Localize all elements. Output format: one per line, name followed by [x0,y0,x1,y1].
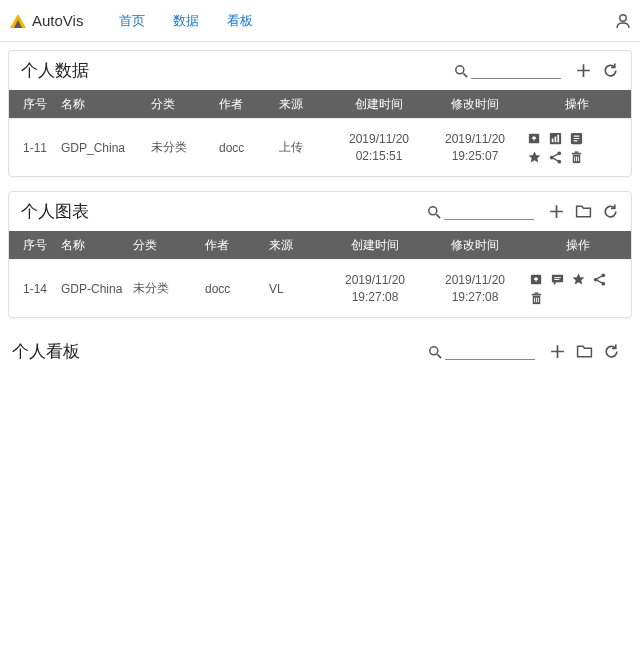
table-header: 序号 名称 分类 作者 来源 创建时间 修改时间 操作 [9,90,631,118]
nav-data[interactable]: 数据 [173,12,199,30]
table-header: 序号 名称 分类 作者 来源 创建时间 修改时间 操作 [9,231,631,259]
cell-created-time: 19:27:08 [352,290,399,304]
add-icon[interactable] [548,203,565,220]
search-input[interactable] [471,62,561,79]
dashboard-empty [8,371,632,381]
card-header: 个人看板 [8,332,632,371]
folder-icon[interactable] [576,343,593,360]
share-icon[interactable] [592,272,607,287]
share-icon[interactable] [548,150,563,165]
cell-name: GDP_China [57,137,147,159]
trash-icon[interactable] [529,291,544,306]
card-title: 个人图表 [21,200,89,223]
folder-icon[interactable] [575,203,592,220]
cell-author: docc [201,278,265,300]
cell-source: VL [265,278,325,300]
card-title: 个人看板 [12,340,80,363]
open-icon[interactable] [527,131,542,146]
nav-dashboard[interactable]: 看板 [227,12,253,30]
open-icon[interactable] [529,272,544,287]
col-source: 来源 [275,92,331,117]
search-icon[interactable] [454,64,469,79]
col-author: 作者 [215,92,275,117]
col-seq: 序号 [9,92,57,117]
add-icon[interactable] [575,62,592,79]
col-name: 名称 [57,92,147,117]
col-author: 作者 [201,233,265,258]
col-created: 创建时间 [325,233,425,258]
cell-modified-time: 19:27:08 [452,290,499,304]
personal-data-card: 个人数据 序号 名称 分类 作者 来源 创建时间 修改时间 操作 1-11 GD… [8,50,632,177]
col-modified: 修改时间 [425,233,525,258]
table-row: 1-11 GDP_China 未分类 docc 上传 2019/11/2002:… [9,118,631,176]
search-box [454,62,561,79]
search-box [427,203,534,220]
cell-author: docc [215,137,275,159]
cell-seq: 1-11 [9,137,57,159]
search-box [428,343,535,360]
col-category: 分类 [147,92,215,117]
cell-category: 未分类 [147,135,215,160]
cell-created-date: 2019/11/20 [349,132,409,146]
search-icon[interactable] [428,345,443,360]
cell-created-date: 2019/11/20 [345,273,405,287]
note-icon[interactable] [569,131,584,146]
nav-home[interactable]: 首页 [119,12,145,30]
top-bar: AutoVis 首页 数据 看板 [0,0,640,42]
card-header: 个人图表 [9,192,631,231]
col-source: 来源 [265,233,325,258]
cell-modified-date: 2019/11/20 [445,273,505,287]
refresh-icon[interactable] [602,62,619,79]
comment-icon[interactable] [550,272,565,287]
table-row: 1-14 GDP-China 未分类 docc VL 2019/11/2019:… [9,259,631,317]
cell-seq: 1-14 [9,278,57,300]
card-title: 个人数据 [21,59,89,82]
search-icon[interactable] [427,205,442,220]
col-seq: 序号 [9,233,57,258]
trash-icon[interactable] [569,150,584,165]
col-actions: 操作 [523,92,631,117]
col-name: 名称 [57,233,129,258]
search-input[interactable] [445,343,535,360]
app-logo[interactable]: AutoVis [10,12,83,29]
cell-source: 上传 [275,135,331,160]
app-name: AutoVis [32,12,83,29]
cell-modified-date: 2019/11/20 [445,132,505,146]
top-nav: 首页 数据 看板 [119,12,253,30]
refresh-icon[interactable] [603,343,620,360]
barchart-icon[interactable] [548,131,563,146]
cell-name: GDP-China [57,278,129,300]
search-input[interactable] [444,203,534,220]
star-icon[interactable] [571,272,586,287]
cell-category: 未分类 [129,276,201,301]
personal-dashboards-card: 个人看板 [8,332,632,381]
col-created: 创建时间 [331,92,427,117]
col-actions: 操作 [525,233,631,258]
user-icon[interactable] [614,12,632,30]
cell-modified-time: 19:25:07 [452,149,499,163]
logo-icon [10,14,26,28]
personal-charts-card: 个人图表 序号 名称 分类 作者 来源 创建时间 修改时间 操作 1-14 GD [8,191,632,318]
cell-created-time: 02:15:51 [356,149,403,163]
add-icon[interactable] [549,343,566,360]
star-icon[interactable] [527,150,542,165]
refresh-icon[interactable] [602,203,619,220]
col-category: 分类 [129,233,201,258]
card-header: 个人数据 [9,51,631,90]
col-modified: 修改时间 [427,92,523,117]
content-area: 个人数据 序号 名称 分类 作者 来源 创建时间 修改时间 操作 1-11 GD… [0,42,640,403]
